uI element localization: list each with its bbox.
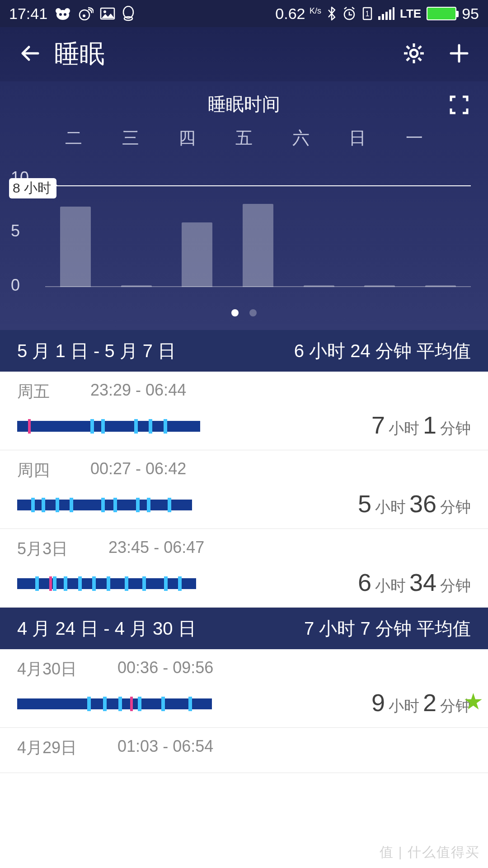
add-button[interactable] [448,42,470,66]
day-span: 23:29 - 06:44 [90,381,186,403]
alarm-icon [342,6,357,21]
weibo-icon [78,7,94,20]
week-summary: 5 月 1 日 - 5 月 7 日6 小时 24 分钟 平均值 [0,330,488,372]
day-duration: 9小时2分钟 [371,689,471,717]
day-span: 00:27 - 06:42 [90,459,186,481]
day-row[interactable]: 5月3日23:45 - 06:476小时34分钟 [0,529,488,608]
bar[interactable] [364,285,395,287]
chart-x-labels: 二三四五六日一 [0,127,488,150]
battery-icon [427,7,456,20]
sleep-timeline [17,417,216,433]
day-duration: 6小时34分钟 [358,568,471,596]
settings-button[interactable] [402,42,426,67]
page-title: 睡眠 [54,37,105,71]
svg-point-19 [410,50,418,57]
svg-rect-18 [393,7,394,20]
day-row[interactable]: 4月30日00:36 - 09:569小时2分钟★ [0,649,488,728]
day-row[interactable]: 周五23:29 - 06:447小时1分钟 [0,372,488,450]
dot-inactive[interactable] [249,309,257,316]
day-label: 周四 [17,459,50,481]
dot-active[interactable] [231,309,239,316]
status-time: 17:41 [9,5,47,23]
week-avg: 7 小时 7 分钟 平均值 [304,616,471,641]
panda-icon [54,7,72,20]
bar[interactable] [425,285,456,287]
app-header: 睡眠 [0,27,488,81]
svg-rect-15 [382,14,384,20]
day-label: 4月29日 [17,737,77,759]
watermark: 值 | 什么值得买 [380,843,480,862]
ytick-0: 0 [11,276,20,295]
bluetooth-icon [327,6,337,21]
sleep-timeline [17,496,216,511]
qq-icon [122,6,135,21]
expand-button[interactable] [448,94,470,116]
svg-rect-17 [389,9,391,20]
back-button[interactable] [18,42,41,66]
day-row[interactable]: 周四00:27 - 06:425小时36分钟 [0,450,488,529]
svg-point-6 [83,14,85,17]
sleep-chart[interactable]: 睡眠时间 二三四五六日一 10 5 0 8 小时 [0,81,488,330]
week-summary: 4 月 24 日 - 4 月 30 日7 小时 7 分钟 平均值 [0,608,488,649]
day-row[interactable]: 4月29日01:03 - 06:54 [0,728,488,773]
bar[interactable] [60,207,91,288]
ytick-5: 5 [11,222,20,241]
svg-point-3 [59,13,62,16]
bar[interactable] [182,222,212,287]
day-span: 00:36 - 09:56 [117,658,213,680]
week-avg: 6 小时 24 分钟 平均值 [294,339,471,363]
day-span: 23:45 - 06:47 [108,538,204,560]
svg-point-1 [56,8,61,14]
svg-point-8 [103,10,106,13]
sleep-timeline [17,575,216,590]
week-range: 4 月 24 日 - 4 月 30 日 [17,616,196,641]
chart-bars [45,172,471,287]
sim-icon: 1 [362,6,373,21]
status-bar: 17:41 0.62 K/s 1 LTE 95 [0,0,488,27]
svg-rect-16 [385,12,388,20]
bar[interactable] [243,204,273,287]
day-span: 01:03 - 06:54 [117,737,213,759]
signal-icon [378,7,394,20]
day-label: 4月30日 [17,658,77,680]
bar[interactable] [304,285,334,287]
week-range: 5 月 1 日 - 5 月 7 日 [17,339,176,363]
svg-text:1: 1 [366,10,370,18]
star-icon: ★ [463,689,483,715]
image-icon [100,7,115,20]
lte-label: LTE [400,7,421,21]
sleep-list: 5 月 1 日 - 5 月 7 日6 小时 24 分钟 平均值周五23:29 -… [0,330,488,773]
day-duration: 7小时1分钟 [371,411,471,439]
net-speed: 0.62 K/s [275,5,321,23]
svg-point-4 [64,13,66,16]
bar[interactable] [121,285,152,287]
day-label: 周五 [17,381,50,403]
day-label: 5月3日 [17,538,68,560]
svg-rect-14 [378,16,380,20]
sleep-timeline [17,695,216,710]
page-indicator[interactable] [0,309,488,316]
battery-pct: 95 [462,5,479,23]
day-duration: 5小时36分钟 [358,490,471,518]
chart-title: 睡眠时间 [208,92,280,117]
svg-point-2 [65,8,70,14]
